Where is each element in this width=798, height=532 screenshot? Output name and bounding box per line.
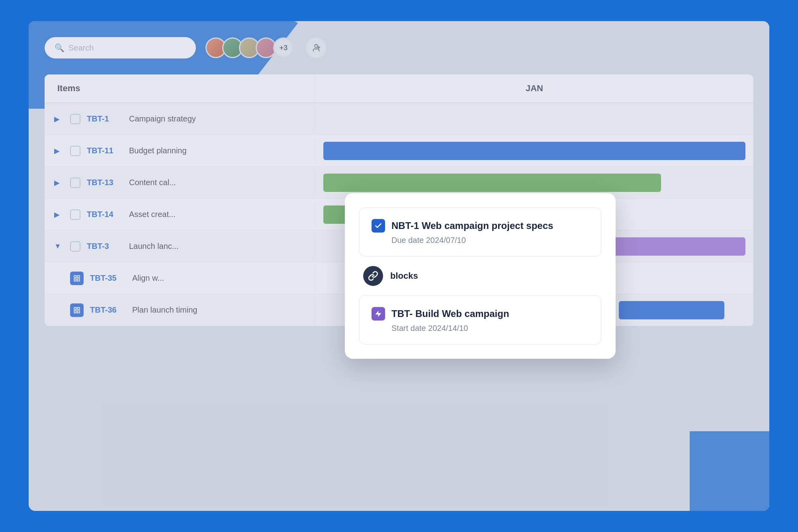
popup-task2-start-date: Start date 2024/14/10 (391, 324, 589, 333)
popup-task-header-2: TBT- Build Web campaign (372, 307, 589, 321)
popup-task-card-1: NBT-1 Web campaign project specs Due dat… (359, 207, 601, 256)
popup-card: NBT-1 Web campaign project specs Due dat… (345, 193, 616, 359)
blocks-connector: blocks (359, 256, 601, 295)
lightning-icon (372, 307, 385, 321)
app-window: 🔍 Search +3 Items JAN ▶ (29, 21, 769, 511)
popup-task-card-2: TBT- Build Web campaign Start date 2024/… (359, 295, 601, 344)
task-checkbox-checked[interactable] (372, 219, 385, 233)
popup-task-header-1: NBT-1 Web campaign project specs (372, 219, 589, 233)
blocks-label: blocks (390, 271, 418, 281)
popup-task1-title: NBT-1 Web campaign project specs (391, 220, 553, 231)
popup-task2-title: TBT- Build Web campaign (391, 308, 509, 319)
popup-task1-due-date: Due date 2024/07/10 (391, 236, 589, 245)
svg-marker-11 (376, 311, 381, 317)
link-icon (363, 266, 383, 286)
